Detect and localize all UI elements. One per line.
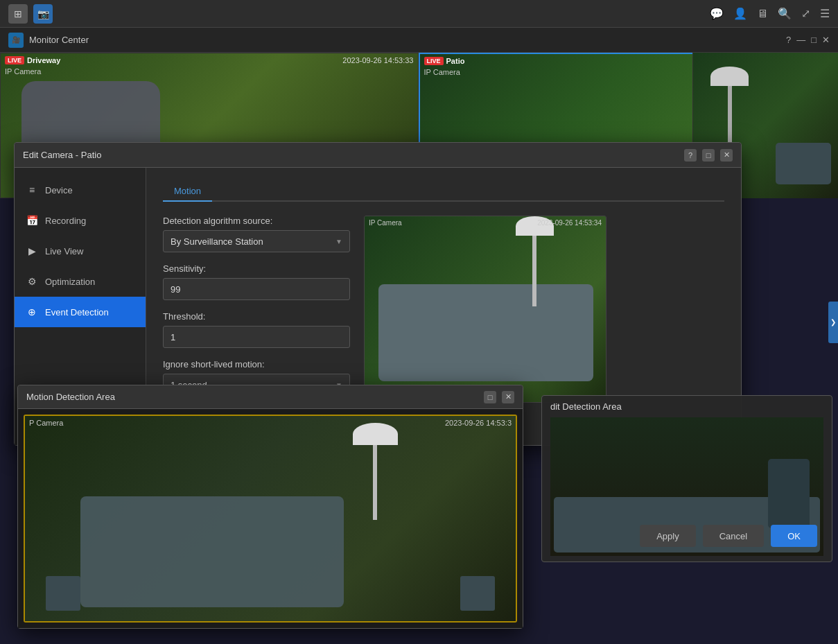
monitor-icon[interactable]: 🖥 [757, 8, 768, 20]
sidebar-item-device[interactable]: ≡ Device [15, 175, 146, 205]
sensitivity-input[interactable]: 99 [163, 278, 350, 300]
fullscreen-icon[interactable]: ⤢ [801, 7, 810, 20]
sensitivity-row: Sensitivity: 99 [163, 263, 350, 300]
eventdetection-icon: ⊕ [26, 306, 38, 317]
menu-icon[interactable]: ☰ [820, 7, 830, 20]
form-and-preview: Detection algorithm source: By Surveilla… [163, 216, 724, 407]
monitor-center-title: Monitor Center [29, 35, 89, 45]
driveway-timestamp: 2023-09-26 14:53:33 [342, 56, 413, 64]
camera-scroll-btn[interactable]: ❯ [828, 302, 838, 343]
sidebar-item-eventdetection[interactable]: ⊕ Event Detection [15, 297, 146, 327]
detection-algorithm-select[interactable]: By Surveillance Station ▼ [163, 230, 350, 252]
top-bar-right: 💬 👤 🖥 🔍 ⤢ ☰ [710, 7, 830, 20]
optimization-icon: ⚙ [26, 276, 38, 287]
recording-icon: 📅 [26, 215, 38, 226]
top-bar-left: ⊞ 📷 [8, 4, 53, 24]
ignore-motion-label: Ignore short-lived motion: [163, 359, 350, 369]
preview-label: IP Camera [369, 219, 402, 227]
mda-cam-timestamp: 2023-09-26 14:53:3 [445, 419, 512, 427]
sensitivity-label: Sensitivity: [163, 263, 350, 274]
camera-preview: IP Camera 2023-09-26 14:53:34 [364, 216, 606, 403]
select-arrow-icon: ▼ [335, 238, 342, 245]
tab-bar: Motion [163, 182, 724, 202]
mda-titlebar: Motion Detection Area □ ✕ [18, 385, 523, 409]
edit-dialog-titlebar: Edit Camera - Patio ? □ ✕ [15, 143, 741, 168]
action-buttons: Apply Cancel OK [640, 525, 817, 547]
mda-controls: □ ✕ [484, 391, 514, 403]
preview-timestamp: 2023-09-26 14:53:34 [537, 219, 602, 227]
edit-dialog-controls: ? □ ✕ [684, 149, 733, 162]
monitor-bar-right: ? — □ ✕ [786, 35, 830, 45]
driveway-label: LIVE Driveway [5, 56, 60, 64]
search-icon[interactable]: 🔍 [778, 7, 792, 20]
sidebar-item-liveview[interactable]: ▶ Live View [15, 236, 146, 266]
edit-dialog-maximize[interactable]: □ [702, 149, 715, 162]
mda-close-btn[interactable]: ✕ [502, 391, 514, 403]
apply-button[interactable]: Apply [640, 525, 696, 547]
detection-algorithm-row: Detection algorithm source: By Surveilla… [163, 216, 350, 252]
threshold-input[interactable]: 1 [163, 326, 350, 348]
monitor-minimize[interactable]: — [796, 35, 805, 45]
sidebar-item-recording[interactable]: 📅 Recording [15, 205, 146, 236]
monitor-bar: 🎥 Monitor Center ? — □ ✕ [0, 28, 838, 53]
patio-type: IP Camera [424, 68, 460, 76]
edit-dialog-title: Edit Camera - Patio [23, 150, 101, 160]
mda-maximize-btn[interactable]: □ [484, 391, 496, 403]
monitor-close[interactable]: ✕ [822, 35, 830, 45]
device-icon: ≡ [26, 184, 38, 195]
monitor-help[interactable]: ? [786, 35, 791, 45]
edit-dialog-help[interactable]: ? [684, 149, 697, 162]
detection-algorithm-label: Detection algorithm source: [163, 216, 350, 226]
mda-title: Motion Detection Area [26, 392, 115, 402]
grid-icon[interactable]: ⊞ [8, 4, 28, 24]
top-bar: ⊞ 📷 💬 👤 🖥 🔍 ⤢ ☰ [0, 0, 838, 28]
liveview-icon: ▶ [26, 245, 38, 256]
motion-detection-area-dialog: Motion Detection Area □ ✕ P Camera 2023-… [17, 385, 523, 629]
threshold-row: Threshold: 1 [163, 311, 350, 348]
edit-detection-title: dit Detection Area [550, 401, 622, 412]
tab-motion[interactable]: Motion [163, 182, 212, 202]
cancel-button[interactable]: Cancel [703, 525, 764, 547]
mda-camera-view: P Camera 2023-09-26 14:53:3 [24, 415, 517, 623]
ok-button[interactable]: OK [771, 525, 817, 547]
monitor-maximize[interactable]: □ [811, 35, 817, 45]
edit-dialog-close[interactable]: ✕ [720, 149, 733, 162]
mda-body: P Camera 2023-09-26 14:53:3 [18, 409, 523, 628]
camera-icon[interactable]: 📷 [33, 4, 53, 24]
user-icon[interactable]: 👤 [733, 7, 747, 20]
threshold-label: Threshold: [163, 311, 350, 322]
monitor-center-icon: 🎥 [8, 33, 24, 48]
sidebar-item-optimization[interactable]: ⚙ Optimization [15, 266, 146, 297]
driveway-type: IP Camera [5, 67, 41, 76]
patio-label: LIVE Patio [424, 57, 465, 65]
monitor-bar-left: 🎥 Monitor Center [8, 33, 89, 48]
mda-cam-label: P Camera [29, 419, 63, 427]
patio-live-badge: LIVE [424, 57, 444, 65]
driveway-live-badge: LIVE [5, 56, 24, 64]
chat-icon[interactable]: 💬 [710, 7, 724, 20]
motion-form: Detection algorithm source: By Surveilla… [163, 216, 350, 407]
